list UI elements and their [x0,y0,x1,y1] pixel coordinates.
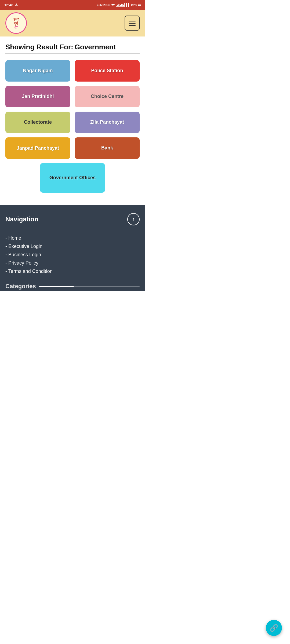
category-collectorate[interactable]: Collectorate [5,112,70,133]
signal-icon: ▌▌ [126,3,130,6]
categories-label: Categories [5,283,36,290]
footer-navigation-title: Navigation [5,215,38,223]
category-grid: Nagar Nigam Police Station Jan Pratinidh… [5,60,140,159]
categories-progress-fill [39,286,74,287]
footer-nav-business-login[interactable]: - Business Login [5,252,140,258]
footer: Navigation ↑ - Home - Executive Login - … [0,205,145,281]
menu-button[interactable] [125,16,140,31]
status-speed: 0.42 KB/S [97,3,110,6]
main-content: Showing Result For: Government Nagar Nig… [0,36,145,205]
result-label: Showing Result For: Government [5,43,140,51]
scroll-top-button[interactable]: ↑ [127,213,140,225]
wifi-icon: ▾▾ [111,3,115,7]
status-right: 0.42 KB/S ▾▾ VoLTE ▌▌ 98% ▭ [97,3,141,7]
status-time: 12:48 [4,3,13,7]
footer-nav-executive-login[interactable]: - Executive Login [5,244,140,249]
center-btn-row: Government Offices [5,163,140,193]
logo-text-durg: दुर्ग [13,21,19,26]
category-police-station[interactable]: Police Station [75,60,140,82]
category-bank[interactable]: Bank [75,137,140,159]
status-warning-icon: ⚠ [15,3,18,7]
category-zila-panchayat[interactable]: Zila Panchayat [75,112,140,133]
category-government-offices[interactable]: Government Offices [40,163,105,193]
status-bar: 12:48 ⚠ 0.42 KB/S ▾▾ VoLTE ▌▌ 98% ▭ [0,0,145,10]
logo-num: 07 [13,26,19,29]
menu-icon-line2 [129,23,136,24]
category-choice-centre[interactable]: Choice Centre [75,86,140,107]
result-prefix: Showing Result For: [5,43,73,51]
volte-icon: VoLTE [116,3,125,7]
footer-nav-header: Navigation ↑ [5,213,140,225]
footer-nav-list: - Home - Executive Login - Business Logi… [5,235,140,274]
result-divider [5,53,140,54]
app-logo: हमर दुर्ग 07 [5,12,27,34]
menu-icon-line1 [129,21,136,21]
footer-divider [5,230,140,230]
battery-icon: ▭ [138,3,141,7]
category-jan-pratinidhi[interactable]: Jan Pratinidhi [5,86,70,107]
footer-nav-home[interactable]: - Home [5,235,140,241]
category-janpad-panchayat[interactable]: Janpad Panchayat [5,137,70,159]
menu-icon-line3 [129,25,136,26]
result-keyword: Government [75,43,116,51]
categories-progress-track [39,286,140,287]
category-nagar-nigam[interactable]: Nagar Nigam [5,60,70,82]
app-header: हमर दुर्ग 07 [0,10,145,36]
footer-nav-terms[interactable]: - Terms and Condition [5,269,140,274]
footer-nav-privacy-policy[interactable]: - Privacy Policy [5,260,140,266]
battery-level: 98% [131,3,137,6]
logo-text-hindi: हमर [13,17,19,21]
categories-row: Categories [0,281,145,291]
